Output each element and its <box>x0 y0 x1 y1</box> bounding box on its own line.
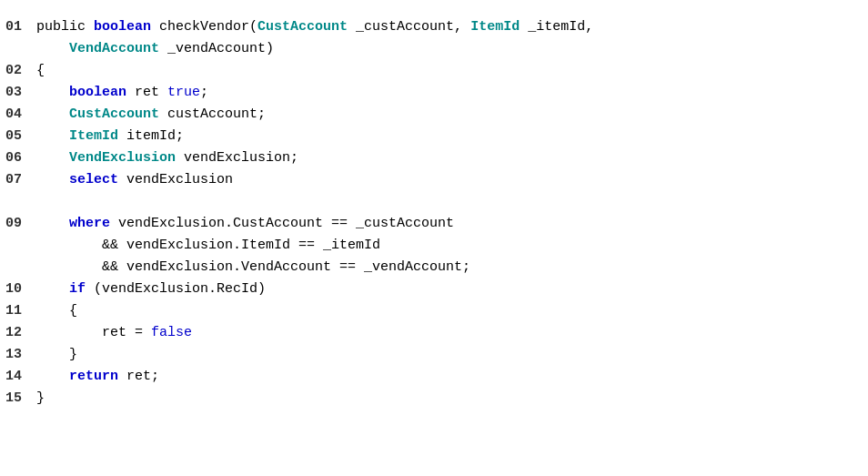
token: checkVendor( <box>151 19 257 35</box>
line-content: && vendExclusion.ItemId == _itemId <box>36 235 868 257</box>
token: VendExclusion <box>69 150 176 166</box>
token: _vendAccount) <box>159 41 274 56</box>
code-line: 11 { <box>0 300 868 322</box>
line-content: return ret; <box>36 366 868 388</box>
token: ret = <box>36 325 151 340</box>
token: where <box>69 216 110 231</box>
token: vendExclusion.CustAccount == _custAccoun… <box>110 216 454 231</box>
line-number: 02 <box>0 60 36 82</box>
token <box>36 281 69 297</box>
token: ; <box>200 85 208 100</box>
line-content: VendAccount _vendAccount) <box>36 38 868 60</box>
line-content: public boolean checkVendor(CustAccount _… <box>36 16 868 38</box>
code-line: 03 boolean ret true; <box>0 82 868 104</box>
line-content: if (vendExclusion.RecId) <box>36 279 868 300</box>
token: ret; <box>118 369 159 384</box>
code-block: 01public boolean checkVendor(CustAccount… <box>0 9 868 417</box>
line-number: 11 <box>0 300 36 322</box>
token: return <box>69 369 118 384</box>
line-content: where vendExclusion.CustAccount == _cust… <box>36 213 868 235</box>
line-number: 14 <box>0 366 36 388</box>
token: itemId; <box>118 128 184 144</box>
token: select <box>69 172 118 187</box>
token: && vendExclusion.ItemId == _itemId <box>36 238 380 253</box>
line-number: 01 <box>0 16 36 38</box>
line-number: 04 <box>0 104 36 126</box>
token: vendExclusion <box>118 172 233 187</box>
token: ItemId <box>470 19 520 35</box>
line-number: 05 <box>0 126 36 147</box>
token: if <box>69 281 86 297</box>
token: public <box>36 19 94 35</box>
line-number: 13 <box>0 344 36 366</box>
code-line: 12 ret = false <box>0 322 868 344</box>
line-content: { <box>36 300 868 322</box>
token <box>36 106 69 122</box>
code-line <box>0 191 868 213</box>
token: } <box>36 390 45 406</box>
line-number: 03 <box>0 82 36 104</box>
token: CustAccount <box>69 106 159 122</box>
token <box>36 41 69 56</box>
line-number: 09 <box>0 213 36 235</box>
token <box>36 369 69 384</box>
line-content: VendExclusion vendExclusion; <box>36 147 868 169</box>
code-line: 14 return ret; <box>0 366 868 388</box>
token: VendAccount <box>69 41 159 56</box>
token <box>36 216 69 231</box>
line-number: 15 <box>0 388 36 410</box>
code-line: 13 } <box>0 344 868 366</box>
line-number: 10 <box>0 279 36 300</box>
token: false <box>151 325 192 340</box>
token: { <box>36 303 77 319</box>
token: CustAccount <box>257 19 348 35</box>
line-content: CustAccount custAccount; <box>36 104 868 126</box>
line-number: 12 <box>0 322 36 344</box>
line-content: && vendExclusion.VendAccount == _vendAcc… <box>36 257 868 279</box>
token: ret <box>126 85 167 100</box>
code-line: 10 if (vendExclusion.RecId) <box>0 279 868 300</box>
line-content: { <box>36 60 868 82</box>
token <box>36 128 69 144</box>
token <box>36 150 69 166</box>
line-content: boolean ret true; <box>36 82 868 104</box>
code-line: && vendExclusion.ItemId == _itemId <box>0 235 868 257</box>
code-line: 04 CustAccount custAccount; <box>0 104 868 126</box>
token: _itemId, <box>520 19 593 35</box>
line-content: } <box>36 344 868 366</box>
token: _custAccount, <box>348 19 470 35</box>
token <box>36 85 69 100</box>
token: true <box>167 85 200 100</box>
code-line: VendAccount _vendAccount) <box>0 38 868 60</box>
token: } <box>36 347 77 362</box>
token: && vendExclusion.VendAccount == _vendAcc… <box>36 259 470 275</box>
code-line: 06 VendExclusion vendExclusion; <box>0 147 868 169</box>
line-content: select vendExclusion <box>36 169 868 191</box>
token: boolean <box>69 85 126 100</box>
token: (vendExclusion.RecId) <box>86 281 266 297</box>
token: ItemId <box>69 128 118 144</box>
token: custAccount; <box>159 106 266 122</box>
code-line: 09 where vendExclusion.CustAccount == _c… <box>0 213 868 235</box>
line-content: ret = false <box>36 322 868 344</box>
line-content: ItemId itemId; <box>36 126 868 147</box>
code-line: && vendExclusion.VendAccount == _vendAcc… <box>0 257 868 279</box>
token: boolean <box>94 19 151 35</box>
token <box>36 172 69 187</box>
token: { <box>36 63 45 78</box>
code-line: 02{ <box>0 60 868 82</box>
code-line: 15} <box>0 388 868 410</box>
line-number: 06 <box>0 147 36 169</box>
line-number: 07 <box>0 169 36 191</box>
token: vendExclusion; <box>176 150 298 166</box>
code-line: 01public boolean checkVendor(CustAccount… <box>0 16 868 38</box>
code-line: 05 ItemId itemId; <box>0 126 868 147</box>
code-line: 07 select vendExclusion <box>0 169 868 191</box>
line-content: } <box>36 388 868 410</box>
